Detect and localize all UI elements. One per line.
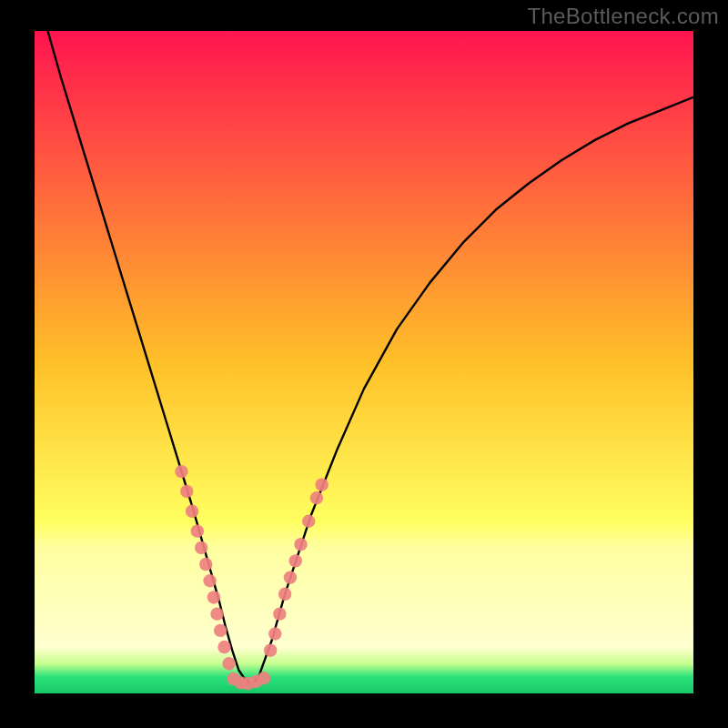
data-point [214, 624, 227, 637]
data-point [191, 524, 204, 537]
data-point [203, 574, 216, 587]
data-point [315, 478, 328, 490]
data-point [302, 515, 315, 528]
data-point [268, 627, 281, 640]
data-point [278, 588, 291, 601]
data-point [310, 491, 323, 504]
chart-svg [35, 31, 693, 693]
data-point [289, 554, 302, 567]
data-point [210, 607, 223, 620]
data-point [217, 641, 230, 653]
data-point [199, 558, 212, 571]
chart-background [35, 31, 693, 693]
data-point [273, 607, 286, 620]
data-point [207, 591, 220, 603]
data-point [258, 672, 270, 684]
data-point [222, 657, 235, 670]
data-point [175, 465, 187, 478]
data-point [284, 571, 297, 583]
chart-plot-area [35, 31, 693, 693]
data-point [186, 505, 198, 518]
data-point [264, 643, 277, 656]
data-point [180, 485, 193, 498]
watermark-text: TheBottleneck.com [527, 4, 719, 29]
chart-frame: TheBottleneck.com [0, 0, 728, 728]
data-point [195, 541, 207, 554]
data-point [294, 538, 307, 551]
